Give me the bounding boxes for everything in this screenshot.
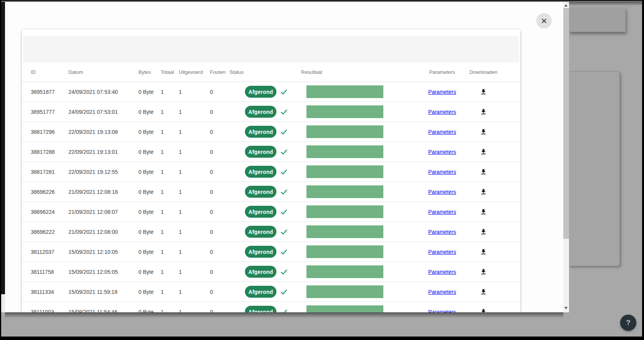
download-icon[interactable]	[480, 268, 487, 275]
header-totaal: Totaal	[161, 69, 179, 75]
check-icon	[280, 188, 288, 196]
cell-downloaden	[463, 148, 504, 155]
cell-bytes: 0 Byte	[138, 209, 161, 215]
cell-datum: 15/09/2021 12:10:05	[68, 249, 138, 255]
download-icon[interactable]	[480, 228, 487, 235]
parameters-link[interactable]: Parameters	[428, 89, 456, 95]
cell-datum: 24/09/2021 07:53:40	[68, 89, 138, 95]
cell-parameters: Parameters	[421, 249, 463, 255]
cell-parameters: Parameters	[421, 169, 463, 175]
download-icon[interactable]	[480, 168, 487, 175]
cell-bytes: 0 Byte	[138, 169, 161, 175]
cell-resultaat	[301, 205, 421, 218]
status-badge: Afgerond	[245, 186, 276, 198]
parameters-link[interactable]: Parameters	[428, 149, 456, 155]
cell-parameters: Parameters	[421, 109, 463, 115]
cell-fouten: 0	[210, 129, 230, 135]
parameters-link[interactable]: Parameters	[428, 169, 456, 175]
download-icon[interactable]	[480, 188, 487, 195]
cell-downloaden	[463, 188, 504, 195]
background-top-shadow	[569, 2, 642, 6]
table-header-row: ID Datum Bytes Totaal Uitgevoerd Fouten …	[22, 62, 520, 82]
download-icon[interactable]	[480, 108, 487, 115]
cell-status: Afgerond	[230, 266, 301, 278]
frame-border-bottom	[0, 337, 644, 340]
cell-uitgevoerd: 1	[179, 169, 210, 175]
cell-status: Afgerond	[230, 306, 301, 312]
scrollbar-down-arrow-icon[interactable]	[564, 307, 567, 309]
progress-bar	[306, 125, 383, 138]
download-icon[interactable]	[480, 288, 487, 295]
parameters-link[interactable]: Parameters	[428, 289, 456, 295]
scrollbar-up-arrow-icon[interactable]	[564, 4, 567, 7]
download-icon[interactable]	[480, 308, 487, 312]
cell-bytes: 0 Byte	[138, 249, 161, 255]
cell-status: Afgerond	[230, 206, 301, 218]
cell-totaal: 1	[161, 229, 179, 235]
download-icon[interactable]	[480, 128, 487, 135]
download-icon[interactable]	[480, 208, 487, 215]
card-toolbar	[23, 36, 519, 62]
header-datum: Datum	[68, 69, 138, 75]
table-row: 38696224 21/09/2021 12:08:07 0 Byte 1 1 …	[22, 202, 520, 222]
cell-status: Afgerond	[230, 166, 301, 178]
dialog-left-shadow	[1, 2, 5, 294]
cell-fouten: 0	[210, 209, 230, 215]
progress-bar	[306, 105, 383, 118]
cell-fouten: 0	[210, 309, 230, 313]
table-row: 38817281 22/09/2021 19:12:55 0 Byte 1 1 …	[22, 162, 520, 182]
parameters-link[interactable]: Parameters	[428, 229, 456, 235]
check-icon	[280, 128, 288, 136]
cell-bytes: 0 Byte	[138, 189, 161, 195]
help-button[interactable]: ?	[620, 315, 636, 331]
download-icon[interactable]	[480, 88, 487, 95]
cell-uitgevoerd: 1	[179, 269, 210, 275]
parameters-link[interactable]: Parameters	[428, 249, 456, 255]
cell-bytes: 0 Byte	[138, 149, 161, 155]
header-id: ID	[31, 69, 68, 75]
status-badge: Afgerond	[245, 306, 276, 312]
parameters-link[interactable]: Parameters	[428, 109, 456, 115]
cell-fouten: 0	[210, 109, 230, 115]
cell-status: Afgerond	[230, 286, 301, 298]
cell-downloaden	[463, 168, 504, 175]
check-icon	[280, 268, 288, 276]
background-panel	[569, 71, 620, 266]
parameters-link[interactable]: Parameters	[428, 269, 456, 275]
cell-status: Afgerond	[230, 146, 301, 158]
parameters-link[interactable]: Parameters	[428, 129, 456, 135]
progress-bar	[306, 205, 383, 218]
cell-datum: 21/09/2021 12:08:18	[68, 189, 138, 195]
status-badge: Afgerond	[245, 146, 276, 158]
dialog-left-shadow-bottom	[1, 294, 5, 312]
parameters-link[interactable]: Parameters	[428, 309, 456, 313]
cell-uitgevoerd: 1	[179, 229, 210, 235]
cell-downloaden	[463, 248, 504, 255]
download-icon[interactable]	[480, 248, 487, 255]
check-icon	[280, 308, 288, 312]
check-icon	[280, 228, 288, 236]
table-body: 38951877 24/09/2021 07:53:40 0 Byte 1 1 …	[22, 82, 520, 312]
download-icon[interactable]	[480, 148, 487, 155]
cell-totaal: 1	[161, 209, 179, 215]
close-icon: ✕	[541, 17, 547, 25]
scrollbar-thumb[interactable]	[563, 8, 569, 239]
close-button[interactable]: ✕	[536, 13, 552, 28]
check-icon	[280, 208, 288, 216]
header-status: Status	[230, 69, 301, 75]
status-badge: Afgerond	[245, 126, 276, 138]
cell-parameters: Parameters	[421, 149, 463, 155]
progress-bar	[306, 185, 383, 198]
cell-totaal: 1	[161, 169, 179, 175]
parameters-link[interactable]: Parameters	[428, 189, 456, 195]
cell-totaal: 1	[161, 309, 179, 313]
check-icon	[280, 288, 288, 296]
table-row: 38112037 15/09/2021 12:10:05 0 Byte 1 1 …	[22, 242, 520, 262]
cell-uitgevoerd: 1	[179, 149, 210, 155]
check-icon	[280, 248, 288, 256]
frame-border-right	[642, 0, 644, 340]
cell-parameters: Parameters	[421, 289, 463, 295]
parameters-link[interactable]: Parameters	[428, 209, 456, 215]
progress-bar	[306, 85, 383, 98]
cell-datum: 15/09/2021 12:05:05	[68, 269, 138, 275]
